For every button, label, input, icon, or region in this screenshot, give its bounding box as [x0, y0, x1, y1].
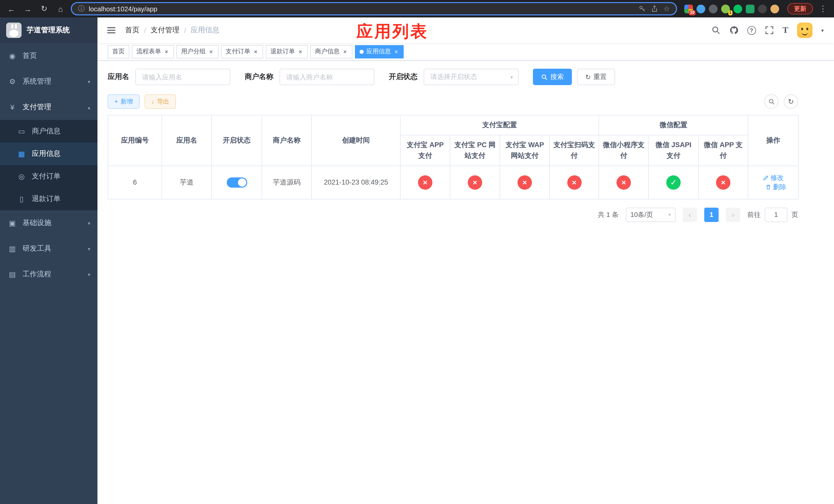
sidebar-item-refund-order[interactable]: ▯ 退款订单 — [0, 188, 97, 210]
sidebar-item-payment[interactable]: ¥ 支付管理 ▴ — [0, 94, 97, 120]
sidebar-item-merchant-info[interactable]: ▭ 商户信息 — [0, 120, 97, 142]
extension-icon-5[interactable] — [733, 4, 742, 13]
cell-alipay-pc: × — [450, 166, 500, 199]
site-info-icon[interactable]: ⓘ — [78, 4, 85, 13]
alipay-app-status-icon: × — [418, 175, 432, 190]
sidebar-toggle-icon[interactable] — [105, 24, 117, 37]
dashboard-icon: ◉ — [8, 52, 16, 60]
sidebar-item-infrastructure[interactable]: ▣ 基础设施 ▾ — [0, 210, 97, 236]
prev-page-button[interactable]: ‹ — [683, 208, 697, 222]
page-size-select[interactable]: 10条/页 ▾ — [626, 208, 676, 222]
gear-icon: ⚙ — [8, 77, 16, 86]
wechat-mini-status-icon: × — [616, 175, 631, 190]
browser-forward-icon[interactable]: → — [22, 3, 34, 15]
sidebar-item-workflow[interactable]: ▤ 工作流程 ▾ — [0, 261, 97, 287]
browser-back-icon[interactable]: ← — [5, 3, 18, 15]
cell-app-name: 芋道 — [162, 166, 212, 199]
chevron-down-icon: ▾ — [88, 220, 90, 226]
sidebar-item-dev-tools[interactable]: ▥ 研发工具 ▾ — [0, 236, 97, 261]
extension-icon-2[interactable] — [697, 4, 705, 13]
font-size-icon[interactable]: T — [783, 25, 788, 36]
cell-wechat-mini: × — [599, 166, 649, 199]
browser-update-button[interactable]: 更新 — [787, 3, 813, 14]
breadcrumb-home[interactable]: 首页 — [125, 26, 139, 35]
tab-app-info[interactable]: 应用信息 × — [355, 45, 404, 58]
delete-link[interactable]: 删除 — [765, 183, 786, 192]
tab-pay-order[interactable]: 支付订单 × — [221, 45, 263, 58]
browser-home-icon[interactable]: ⌂ — [54, 3, 67, 15]
extension-strip: 10 1 — [684, 4, 779, 13]
sidebar-item-home[interactable]: ◉ 首页 — [0, 43, 97, 69]
tab-user-group[interactable]: 用户分组 × — [176, 45, 219, 58]
sidebar-item-label: 支付订单 — [32, 172, 61, 181]
address-bar[interactable]: ⓘ localhost:1024/pay/app ☆ — [71, 2, 677, 15]
page-size-value: 10条/页 — [630, 210, 653, 220]
pagination: 共 1 条 10条/页 ▾ ‹ 1 › 前往 页 — [108, 208, 798, 222]
browser-menu-icon[interactable]: ⋮ — [817, 4, 829, 13]
tab-process-form[interactable]: 流程表单 × — [132, 45, 174, 58]
browser-reload-icon[interactable]: ↻ — [38, 3, 50, 15]
chevron-down-icon: ▾ — [88, 272, 90, 277]
status-toggle[interactable] — [226, 177, 247, 188]
refresh-table-button[interactable]: ↻ — [784, 94, 798, 109]
bookmark-star-icon[interactable]: ☆ — [663, 5, 670, 13]
status-label: 开启状态 — [389, 72, 418, 82]
app-logo-row[interactable]: 芋道管理系统 — [0, 18, 97, 43]
edit-link[interactable]: 修改 — [763, 173, 784, 183]
monitor-icon: ▣ — [8, 219, 16, 227]
help-icon[interactable]: ? — [747, 26, 756, 35]
add-button[interactable]: + 新增 — [108, 94, 139, 109]
breadcrumb: 首页 / 支付管理 / 应用信息 — [125, 26, 220, 35]
tab-home[interactable]: 首页 — [108, 45, 129, 58]
app-name-input[interactable] — [135, 69, 230, 85]
goto-page-input[interactable] — [765, 208, 787, 222]
close-icon[interactable]: × — [393, 48, 399, 54]
sidebar-item-label: 工作流程 — [23, 270, 51, 279]
sidebar-item-pay-order[interactable]: ◎ 支付订单 — [0, 165, 97, 188]
share-icon[interactable] — [651, 5, 658, 12]
key-icon[interactable] — [639, 5, 646, 12]
breadcrumb-current: 应用信息 — [191, 26, 220, 35]
extension-icon-8[interactable] — [770, 4, 779, 13]
table-row: 6 芋道 芋道源码 2021-10-23 08:49:25 × × × — [108, 166, 798, 199]
export-button[interactable]: ↓ 导出 — [145, 94, 176, 109]
reset-button[interactable]: ↻ 重置 — [577, 69, 615, 85]
sidebar-item-app-info[interactable]: ▦ 应用信息 — [0, 142, 97, 165]
fullscreen-icon[interactable] — [765, 26, 774, 35]
main-content: 首页 / 支付管理 / 应用信息 应用列表 ? T ▾ — [97, 18, 834, 504]
breadcrumb-payment[interactable]: 支付管理 — [151, 26, 179, 35]
close-icon[interactable]: × — [298, 48, 303, 54]
sidebar-item-system[interactable]: ⚙ 系统管理 ▾ — [0, 69, 97, 94]
search-button[interactable]: 搜索 — [533, 69, 572, 85]
extension-icon-3[interactable] — [709, 4, 718, 13]
order-icon: ◎ — [18, 172, 26, 181]
col-alipay-app: 支付宝 APP 支付 — [400, 135, 450, 166]
filter-form: 应用名 商户名称 开启状态 请选择开启状态 ▾ — [108, 69, 798, 85]
status-select[interactable]: 请选择开启状态 ▾ — [424, 69, 519, 85]
close-icon[interactable]: × — [342, 48, 348, 54]
breadcrumb-separator: / — [184, 26, 186, 35]
chevron-down-icon: ▾ — [510, 74, 513, 80]
extension-icon-6[interactable] — [746, 4, 754, 13]
close-icon[interactable]: × — [253, 48, 259, 54]
extension-icon-4[interactable]: 1 — [721, 4, 730, 13]
search-icon[interactable] — [711, 26, 720, 35]
user-avatar[interactable] — [797, 23, 812, 38]
tab-merchant-info[interactable]: 商户信息 × — [310, 45, 352, 58]
toggle-search-button[interactable] — [764, 94, 778, 109]
extension-icon-1[interactable]: 10 — [684, 4, 693, 13]
page-number-1[interactable]: 1 — [704, 208, 719, 222]
toolbox-icon: ▥ — [8, 245, 16, 253]
col-group-wechat: 微信配置 — [599, 115, 748, 135]
next-page-button[interactable]: › — [726, 208, 740, 222]
close-icon[interactable]: × — [163, 48, 169, 54]
pencil-icon — [763, 175, 769, 181]
tab-refund-order[interactable]: 退款订单 × — [266, 45, 308, 58]
github-icon[interactable] — [729, 26, 738, 35]
refresh-icon: ↻ — [788, 97, 794, 106]
url-text[interactable]: localhost:1024/pay/app — [89, 5, 635, 13]
close-icon[interactable]: × — [208, 48, 214, 54]
avatar-caret-icon[interactable]: ▾ — [821, 27, 824, 33]
extension-icon-7[interactable] — [758, 4, 767, 13]
merchant-name-input[interactable] — [280, 69, 374, 85]
